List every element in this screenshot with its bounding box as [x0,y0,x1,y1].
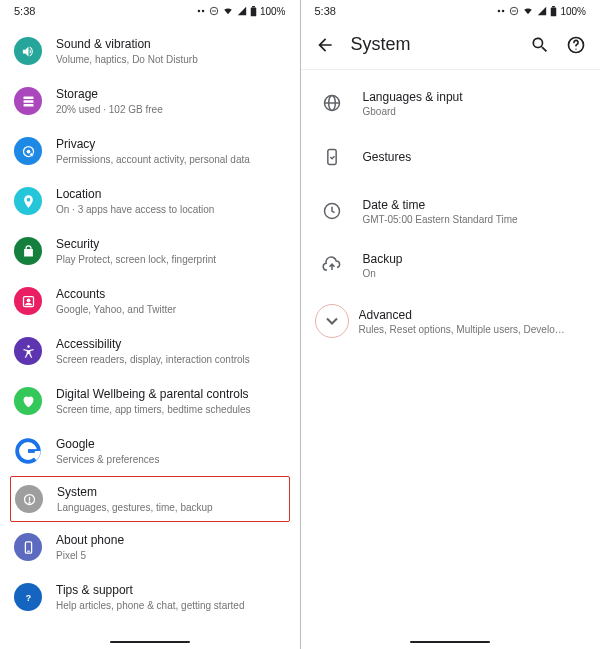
accounts-icon [14,287,42,315]
item-title: Sound & vibration [56,36,198,52]
wifi-icon [222,6,234,16]
gestures-icon [319,144,345,170]
back-button[interactable] [315,35,335,55]
status-bar: 5:38 100% [301,0,601,22]
item-subtitle: Rules, Reset options, Multiple users, De… [359,324,569,335]
item-title: Advanced [359,307,569,323]
google-icon [14,437,42,465]
battery-icon [550,6,557,17]
search-icon [530,35,550,55]
item-title: Location [56,186,214,202]
item-subtitle: Permissions, account activity, personal … [56,153,250,167]
system-item-languages[interactable]: Languages & inputGboard [301,76,601,130]
search-button[interactable] [530,35,550,55]
svg-rect-7 [23,100,33,103]
globe-icon [319,90,345,116]
system-item-datetime[interactable]: Date & timeGMT-05:00 Eastern Standard Ti… [301,184,601,238]
battery-icon [250,6,257,17]
svg-point-18 [29,502,30,503]
item-title: Backup [363,251,403,267]
about-phone-icon [14,533,42,561]
svg-rect-34 [327,150,335,165]
help-icon: ? [14,583,42,611]
item-subtitle: Play Protect, screen lock, fingerprint [56,253,216,267]
wellbeing-icon [14,387,42,415]
cloud-upload-icon [319,252,345,278]
item-title: Languages & input [363,89,463,105]
item-title: System [57,484,213,500]
system-item-backup[interactable]: BackupOn [301,238,601,292]
item-subtitle: Screen readers, display, interaction con… [56,353,250,367]
svg-point-23 [498,10,501,13]
signal-icon [537,6,547,16]
item-subtitle: Services & preferences [56,453,159,467]
item-subtitle: Google, Yahoo, and Twitter [56,303,176,317]
settings-item-about[interactable]: About phonePixel 5 [0,522,300,572]
svg-point-0 [198,10,201,13]
nfc-icon [496,6,506,16]
svg-rect-6 [23,96,33,99]
svg-rect-5 [252,6,255,7]
svg-point-11 [29,152,33,156]
system-settings-list: Languages & inputGboard Gestures Date & … [301,70,601,356]
svg-rect-4 [251,7,257,16]
settings-item-storage[interactable]: Storage20% used · 102 GB free [0,76,300,126]
item-subtitle: Screen time, app timers, bedtime schedul… [56,403,251,417]
clock-icon [319,198,345,224]
arrow-back-icon [315,35,335,55]
settings-item-sound[interactable]: Sound & vibrationVolume, haptics, Do Not… [0,26,300,76]
app-bar: System [301,22,601,70]
svg-point-1 [202,10,205,13]
settings-item-wellbeing[interactable]: Digital Wellbeing & parental controlsScr… [0,376,300,426]
help-outline-icon [566,35,586,55]
item-subtitle: Volume, haptics, Do Not Disturb [56,53,198,67]
settings-item-accessibility[interactable]: AccessibilityScreen readers, display, in… [0,326,300,376]
svg-rect-28 [553,6,556,7]
settings-item-privacy[interactable]: PrivacyPermissions, account activity, pe… [0,126,300,176]
system-item-advanced[interactable]: AdvancedRules, Reset options, Multiple u… [301,292,601,350]
item-title: Accounts [56,286,176,302]
storage-icon [14,87,42,115]
item-title: Google [56,436,159,452]
settings-item-security[interactable]: SecurityPlay Protect, screen lock, finge… [0,226,300,276]
expand-button[interactable] [315,304,349,338]
item-title: Date & time [363,197,518,213]
status-icons: 100% [496,6,586,17]
item-title: Tips & support [56,582,244,598]
item-title: Storage [56,86,163,102]
page-title: System [351,34,411,55]
item-subtitle: Pixel 5 [56,549,124,563]
item-subtitle: On [363,268,403,279]
location-icon [14,187,42,215]
settings-item-accounts[interactable]: AccountsGoogle, Yahoo, and Twitter [0,276,300,326]
wifi-icon [522,6,534,16]
svg-point-24 [502,10,505,13]
item-subtitle: On · 3 apps have access to location [56,203,214,217]
item-subtitle: Gboard [363,106,463,117]
system-item-gestures[interactable]: Gestures [301,130,601,184]
item-subtitle: Help articles, phone & chat, getting sta… [56,599,244,613]
nav-handle[interactable] [110,641,190,643]
battery-percent: 100% [260,6,286,17]
item-subtitle: Languages, gestures, time, backup [57,501,213,515]
svg-rect-27 [551,7,557,16]
svg-point-13 [26,298,30,302]
chevron-down-icon [322,311,342,331]
help-button[interactable] [566,35,586,55]
settings-item-location[interactable]: LocationOn · 3 apps have access to locat… [0,176,300,226]
status-time: 5:38 [14,5,35,17]
settings-item-google[interactable]: GoogleServices & preferences [0,426,300,476]
settings-item-system[interactable]: SystemLanguages, gestures, time, backup [10,476,290,522]
accessibility-icon [14,337,42,365]
dnd-icon [509,6,519,16]
system-icon [15,485,43,513]
svg-rect-8 [23,104,33,107]
item-title: Security [56,236,216,252]
sound-icon [14,37,42,65]
status-time: 5:38 [315,5,336,17]
item-subtitle: 20% used · 102 GB free [56,103,163,117]
nav-handle[interactable] [410,641,490,643]
item-title: About phone [56,532,124,548]
status-bar: 5:38 100% [0,0,300,22]
settings-item-tips[interactable]: ? Tips & supportHelp articles, phone & c… [0,572,300,622]
